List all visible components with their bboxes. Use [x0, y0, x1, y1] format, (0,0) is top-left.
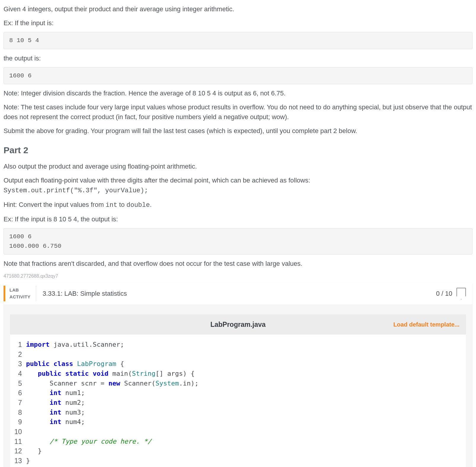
submit-note: Submit the above for grading. Your progr…	[4, 126, 472, 136]
ex2: Ex: If the input is 8 10 5 4, the output…	[4, 214, 472, 224]
part2-intro: Also output the product and average usin…	[4, 161, 472, 171]
final-note: Note that fractions aren't discarded, an…	[4, 259, 472, 268]
part2-format: Output each floating-point value with th…	[4, 175, 472, 196]
score-display: 0 / 10	[436, 289, 452, 298]
ex-intro: Ex: If the input is:	[4, 18, 472, 28]
output-example-block: 1600 6	[4, 67, 472, 84]
shield-icon	[456, 288, 466, 300]
part2-heading: Part 2	[4, 143, 472, 157]
lab-title: 3.33.1: LAB: Simple statistics	[36, 289, 127, 298]
editor-tab-bar: LabProgram.java Load default template...	[10, 314, 466, 335]
note-1: Note: Integer division discards the frac…	[4, 88, 472, 98]
lab-activity-panel: LAB ACTIVITY 3.33.1: LAB: Simple statist…	[4, 283, 472, 467]
lab-header: LAB ACTIVITY 3.33.1: LAB: Simple statist…	[4, 283, 472, 304]
file-tab[interactable]: LabProgram.java	[210, 319, 266, 330]
hint: Hint: Convert the input values from int …	[4, 200, 472, 210]
input-example-block: 8 10 5 4	[4, 32, 472, 49]
load-template-link[interactable]: Load default template...	[393, 320, 459, 329]
output-example2-block: 1600 6 1600.000 6.750	[4, 228, 472, 255]
activity-tag: LAB ACTIVITY	[4, 286, 36, 301]
note-2: Note: The test cases include four very l…	[4, 102, 472, 122]
output-intro: the output is:	[4, 53, 472, 63]
editor-area: LabProgram.java Load default template...…	[4, 304, 472, 467]
tiny-id: 471680.2772688.qx3zqy7	[4, 273, 472, 280]
code-editor[interactable]: 1import java.util.Scanner; 2 3public cla…	[10, 335, 466, 467]
intro-text: Given 4 integers, output their product a…	[4, 4, 472, 14]
